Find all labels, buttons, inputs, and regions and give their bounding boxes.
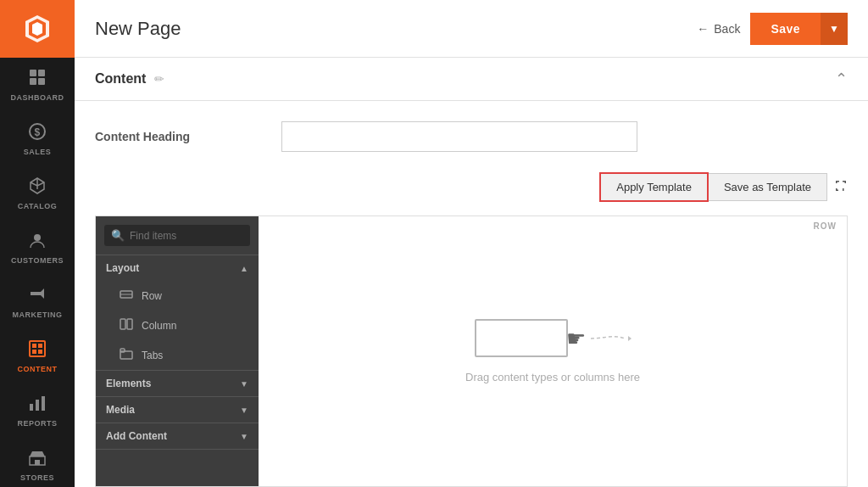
sidebar: DASHBOARD $ SALES CATALOG CUSTOMERS MARK… bbox=[0, 0, 75, 487]
row-icon bbox=[120, 288, 133, 304]
content-section: Content ✏ ⌃ Content Heading Apply Templa… bbox=[75, 58, 868, 487]
sidebar-item-content-label: CONTENT bbox=[18, 365, 58, 373]
pb-group-layout-label: Layout bbox=[106, 262, 139, 274]
page-builder-area: Apply Template Save as Template 🔍 bbox=[95, 172, 848, 487]
pb-search-inner: 🔍 bbox=[104, 225, 250, 246]
sidebar-item-marketing-label: MARKETING bbox=[13, 311, 63, 319]
content-heading-field: Content Heading bbox=[95, 121, 848, 152]
sidebar-item-content[interactable]: CONTENT bbox=[0, 329, 75, 383]
section-title: Content bbox=[95, 71, 146, 87]
sidebar-item-customers-label: CUSTOMERS bbox=[11, 256, 64, 265]
stores-icon bbox=[28, 448, 47, 469]
svg-point-6 bbox=[34, 234, 41, 241]
page-header: New Page ← Back Save ▼ bbox=[75, 0, 868, 58]
search-icon: 🔍 bbox=[111, 229, 125, 242]
svg-rect-19 bbox=[127, 319, 132, 329]
header-actions: ← Back Save ▼ bbox=[697, 13, 848, 45]
svg-rect-11 bbox=[38, 350, 42, 354]
svg-rect-7 bbox=[30, 341, 45, 356]
drag-arrow-svg bbox=[589, 330, 632, 347]
pb-panel: 🔍 Layout ▲ bbox=[96, 216, 259, 486]
sidebar-item-stores[interactable]: STORES bbox=[0, 438, 75, 487]
pb-item-row[interactable]: Row bbox=[96, 281, 259, 311]
pb-canvas: ROW ☛ bbox=[259, 216, 847, 486]
pb-search-area: 🔍 bbox=[96, 216, 259, 255]
pb-group-media-arrow: ▼ bbox=[240, 406, 248, 415]
section-body: Content Heading Apply Template Save as T… bbox=[75, 101, 868, 487]
pb-group-layout-arrow: ▲ bbox=[240, 264, 248, 273]
svg-rect-14 bbox=[42, 396, 45, 411]
sidebar-item-reports-label: REPORTS bbox=[17, 419, 57, 428]
pb-group-elements-label: Elements bbox=[106, 378, 151, 389]
sidebar-item-dashboard-label: DASHBOARD bbox=[11, 93, 64, 102]
svg-rect-13 bbox=[36, 400, 39, 411]
pb-item-tabs[interactable]: Tabs bbox=[96, 340, 259, 370]
svg-rect-8 bbox=[32, 344, 36, 348]
sidebar-item-marketing[interactable]: MARKETING bbox=[0, 275, 75, 329]
sales-icon: $ bbox=[28, 122, 47, 143]
pb-group-elements-arrow: ▼ bbox=[240, 379, 248, 389]
pb-group-media-header[interactable]: Media ▼ bbox=[96, 397, 259, 423]
back-arrow-icon: ← bbox=[697, 22, 709, 36]
back-button[interactable]: ← Back bbox=[697, 22, 740, 36]
svg-rect-15 bbox=[35, 460, 40, 465]
content-heading-label: Content Heading bbox=[95, 130, 281, 143]
back-label: Back bbox=[714, 22, 740, 36]
save-button[interactable]: Save bbox=[750, 13, 821, 45]
pb-item-tabs-label: Tabs bbox=[142, 350, 163, 361]
drag-illustration: ☛ bbox=[475, 319, 632, 357]
customers-icon bbox=[28, 231, 47, 252]
sidebar-item-stores-label: STORES bbox=[20, 473, 54, 482]
expand-button[interactable] bbox=[834, 179, 848, 196]
section-header: Content ✏ ⌃ bbox=[75, 58, 868, 101]
sidebar-item-customers[interactable]: CUSTOMERS bbox=[0, 221, 75, 275]
content-heading-input[interactable] bbox=[281, 121, 637, 152]
sidebar-item-sales-label: SALES bbox=[24, 148, 52, 156]
sidebar-item-reports[interactable]: REPORTS bbox=[0, 383, 75, 438]
catalog-icon bbox=[28, 176, 47, 198]
pb-drop-text: Drag content types or columns here bbox=[465, 371, 640, 383]
svg-marker-22 bbox=[628, 336, 632, 341]
pb-group-add-content-header[interactable]: Add Content ▼ bbox=[96, 423, 259, 449]
builder-toolbar: Apply Template Save as Template bbox=[95, 172, 848, 216]
column-icon bbox=[120, 317, 133, 333]
sidebar-item-catalog-label: CATALOG bbox=[18, 202, 58, 210]
collapse-button[interactable]: ⌃ bbox=[835, 70, 848, 88]
pb-group-layout: Layout ▲ Row bbox=[96, 255, 259, 371]
svg-rect-2 bbox=[30, 78, 36, 85]
svg-rect-1 bbox=[38, 70, 45, 76]
save-dropdown-button[interactable]: ▼ bbox=[821, 13, 848, 45]
svg-text:$: $ bbox=[34, 126, 40, 138]
content-icon bbox=[28, 339, 47, 361]
sidebar-logo bbox=[0, 0, 75, 58]
pb-group-layout-header[interactable]: Layout ▲ bbox=[96, 255, 259, 281]
sidebar-item-dashboard[interactable]: DASHBOARD bbox=[0, 58, 75, 112]
edit-pencil-icon[interactable]: ✏ bbox=[154, 72, 164, 86]
pb-item-column-label: Column bbox=[142, 320, 176, 332]
pb-drop-area[interactable]: ☛ Drag content types or columns here bbox=[259, 216, 847, 486]
marketing-icon bbox=[28, 285, 47, 306]
svg-rect-9 bbox=[38, 344, 42, 348]
save-template-button[interactable]: Save as Template bbox=[709, 173, 827, 201]
sidebar-item-sales[interactable]: $ SALES bbox=[0, 112, 75, 166]
pb-search-input[interactable] bbox=[130, 230, 243, 242]
reports-icon bbox=[28, 394, 47, 415]
svg-rect-3 bbox=[38, 78, 45, 85]
svg-rect-21 bbox=[120, 349, 125, 352]
pb-group-add-content-label: Add Content bbox=[106, 430, 167, 442]
page-builder: 🔍 Layout ▲ bbox=[95, 216, 848, 487]
pb-group-elements-header[interactable]: Elements ▼ bbox=[96, 371, 259, 396]
pb-item-column[interactable]: Column bbox=[96, 311, 259, 340]
sidebar-item-catalog[interactable]: CATALOG bbox=[0, 166, 75, 221]
svg-rect-18 bbox=[120, 319, 125, 329]
apply-template-button[interactable]: Apply Template bbox=[599, 172, 709, 202]
pb-group-media: Media ▼ bbox=[96, 397, 259, 423]
pb-canvas-row-label: ROW bbox=[814, 221, 837, 231]
drag-hand-icon: ☛ bbox=[566, 327, 586, 350]
page-title: New Page bbox=[95, 18, 181, 40]
main-content: New Page ← Back Save ▼ Content ✏ ⌃ Conte… bbox=[75, 0, 868, 487]
svg-rect-0 bbox=[30, 70, 36, 76]
svg-rect-10 bbox=[32, 350, 36, 354]
dashboard-icon bbox=[28, 68, 47, 89]
tabs-icon bbox=[120, 347, 133, 363]
